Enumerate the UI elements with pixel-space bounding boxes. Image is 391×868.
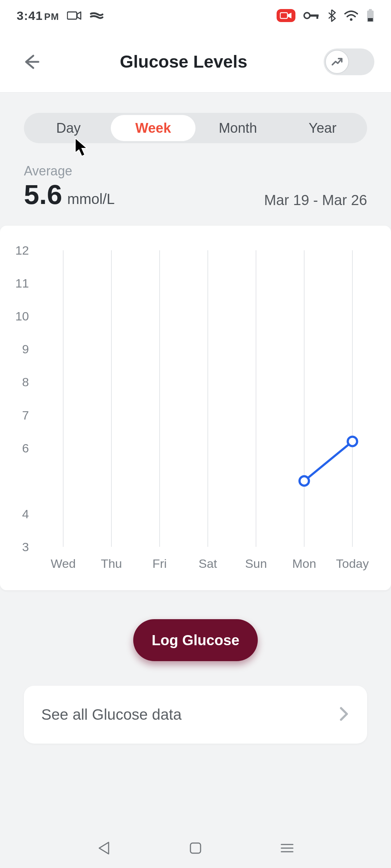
series-line	[304, 441, 352, 481]
segment-week-label: Week	[135, 120, 171, 136]
svg-rect-0	[67, 12, 77, 19]
summary-row: Average 5.6 mmol/L Mar 19 - Mar 26	[24, 163, 367, 208]
see-all-data-row[interactable]: See all Glucose data	[24, 686, 367, 744]
log-glucose-label: Log Glucose	[152, 632, 239, 648]
arrow-left-icon	[21, 52, 41, 72]
svg-rect-7	[369, 9, 372, 11]
back-button[interactable]	[18, 49, 43, 75]
segment-year[interactable]: Year	[280, 115, 365, 141]
y-tick-label: 12	[15, 243, 29, 257]
see-all-label: See all Glucose data	[41, 706, 182, 723]
cast-icon	[89, 10, 104, 21]
system-nav	[0, 828, 391, 868]
svg-point-2	[304, 13, 310, 18]
x-tick-label: Sat	[198, 557, 217, 570]
status-bar: 3:41PM	[0, 0, 391, 31]
screen-record-icon	[277, 9, 295, 22]
battery-icon	[366, 9, 374, 22]
status-time: 3:41PM	[17, 9, 59, 23]
svg-rect-8	[368, 18, 373, 21]
status-left: 3:41PM	[17, 9, 104, 23]
segment-year-label: Year	[309, 120, 337, 136]
y-tick-label: 3	[22, 540, 29, 554]
content: Day Week Month Year Average 5.6 mmol/L M…	[0, 93, 391, 744]
nav-back-button[interactable]	[93, 837, 115, 859]
svg-rect-4	[316, 14, 318, 19]
vpn-key-icon	[303, 11, 319, 20]
average-block: Average 5.6 mmol/L	[24, 163, 115, 208]
data-point[interactable]	[299, 476, 309, 486]
svg-rect-16	[190, 843, 201, 853]
average-label: Average	[24, 163, 115, 179]
date-range: Mar 19 - Mar 26	[264, 192, 367, 208]
average-number: 5.6	[24, 181, 62, 208]
toggle-knob	[325, 50, 349, 74]
chevron-right-icon	[339, 706, 350, 723]
segment-day[interactable]: Day	[26, 115, 111, 141]
svg-rect-1	[280, 13, 287, 18]
trend-up-icon	[331, 55, 344, 68]
y-tick-label: 10	[15, 309, 29, 323]
nav-home-button[interactable]	[185, 837, 206, 859]
log-glucose-button[interactable]: Log Glucose	[133, 619, 258, 661]
segment-week[interactable]: Week	[111, 115, 196, 141]
page-title: Glucose Levels	[43, 52, 324, 72]
status-time-value: 3:41	[17, 9, 43, 22]
data-point[interactable]	[348, 437, 357, 446]
bluetooth-icon	[327, 9, 336, 22]
chart-card: WedThuFriSatSunMonToday121110987643	[0, 226, 391, 590]
y-tick-label: 6	[22, 441, 29, 455]
x-tick-label: Sun	[245, 557, 267, 570]
y-tick-label: 8	[22, 375, 29, 389]
glucose-chart[interactable]: WedThuFriSatSunMonToday121110987643	[0, 236, 391, 590]
y-tick-label: 4	[22, 507, 29, 521]
status-right	[277, 9, 374, 22]
segment-month-label: Month	[219, 120, 257, 136]
x-tick-label: Fri	[152, 557, 167, 570]
y-tick-label: 7	[22, 408, 29, 422]
x-tick-label: Thu	[101, 557, 122, 570]
range-segments: Day Week Month Year	[24, 113, 367, 143]
app-bar: Glucose Levels	[0, 31, 391, 93]
average-value: 5.6 mmol/L	[24, 181, 115, 208]
y-tick-label: 11	[15, 276, 29, 290]
trend-toggle[interactable]	[324, 48, 374, 75]
x-tick-label: Mon	[292, 557, 316, 570]
wifi-icon	[344, 10, 358, 21]
status-time-ampm: PM	[44, 11, 59, 22]
camera-icon	[67, 10, 81, 21]
segment-day-label: Day	[56, 120, 81, 136]
nav-recents-button[interactable]	[276, 837, 298, 859]
svg-point-5	[350, 18, 353, 21]
x-tick-label: Today	[336, 557, 369, 570]
segment-month[interactable]: Month	[196, 115, 280, 141]
x-tick-label: Wed	[51, 557, 76, 570]
y-tick-label: 9	[22, 342, 29, 356]
average-unit: mmol/L	[67, 191, 115, 207]
